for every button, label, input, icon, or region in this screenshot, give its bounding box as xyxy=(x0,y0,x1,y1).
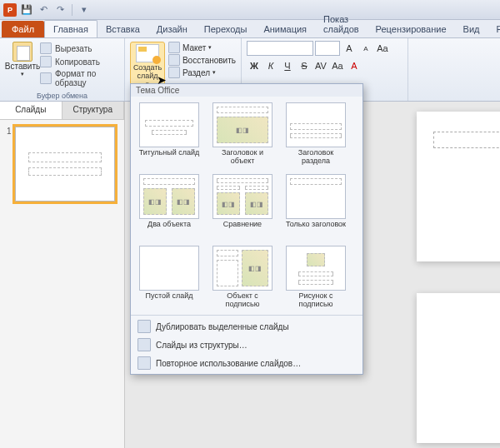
reset-label: Восстановить xyxy=(182,56,236,65)
undo-icon[interactable]: ↶ xyxy=(37,3,50,17)
slides-pane: Слайды Структура 1 xyxy=(0,102,125,448)
layout-blank[interactable]: Пустой слайд xyxy=(134,243,204,311)
tab-insert[interactable]: Вставка xyxy=(98,21,148,37)
tab-home[interactable]: Главная xyxy=(44,20,98,37)
clear-format-button[interactable]: Aa xyxy=(375,41,390,56)
tab-outline-pane[interactable]: Структура xyxy=(62,102,125,119)
menu-label: Повторное использование слайдов… xyxy=(156,359,301,368)
bold-button[interactable]: Ж xyxy=(247,58,262,73)
layout-title-slide[interactable]: Титульный слайд xyxy=(134,100,204,168)
layout-label: Макет xyxy=(182,43,206,52)
layout-icon xyxy=(168,42,180,53)
tab-extra[interactable]: Расклад xyxy=(488,21,500,37)
layout-two-content[interactable]: Два объекта xyxy=(134,172,204,240)
ribbon-tabs: Файл Главная Вставка Дизайн Переходы Ани… xyxy=(0,20,500,38)
canvas-slide-2[interactable] xyxy=(417,293,500,443)
layout-label: Титульный слайд xyxy=(139,149,200,166)
layout-title-only[interactable]: Только заголовок xyxy=(281,172,351,240)
tab-file[interactable]: Файл xyxy=(2,21,44,37)
layout-section-header[interactable]: Заголовок раздела xyxy=(281,100,351,168)
layout-label: Заголовок раздела xyxy=(283,149,348,166)
font-name-input[interactable] xyxy=(247,41,313,56)
ribbon-group-clipboard: Вставить ▾ Вырезать Копировать Формат по… xyxy=(0,38,125,101)
tab-transitions[interactable]: Переходы xyxy=(196,21,256,37)
format-painter-label: Формат по образцу xyxy=(55,69,119,87)
underline-button[interactable]: Ч xyxy=(280,58,295,73)
dropdown-icon: ▾ xyxy=(21,71,24,77)
layout-label: Заголовок и объект xyxy=(210,149,275,166)
format-painter-button[interactable]: Формат по образцу xyxy=(40,68,119,88)
qat-separator xyxy=(72,4,72,16)
layout-label: Два объекта xyxy=(148,221,191,237)
font-color-button[interactable]: A xyxy=(347,58,362,73)
new-slide-label: Создать слайд xyxy=(132,64,162,81)
title-bar: P 💾 ↶ ↷ ▾ xyxy=(0,0,500,20)
shrink-font-button[interactable]: A xyxy=(358,41,373,56)
layout-title-content[interactable]: Заголовок и объект xyxy=(208,100,278,168)
char-spacing-button[interactable]: Aa xyxy=(330,58,345,73)
cut-button[interactable]: Вырезать xyxy=(40,42,119,55)
strike-button[interactable]: S xyxy=(297,58,312,73)
menu-duplicate-slides[interactable]: Дублировать выделенные слайды xyxy=(131,317,362,336)
font-size-input[interactable] xyxy=(315,41,340,56)
section-label: Раздел xyxy=(182,68,210,77)
reset-button[interactable]: Восстановить xyxy=(168,54,236,66)
layout-button[interactable]: Макет ▾ xyxy=(168,42,236,53)
tab-slideshow[interactable]: Показ слайдов xyxy=(315,11,368,37)
outline-icon xyxy=(138,338,151,351)
reset-icon xyxy=(168,54,180,66)
clipboard-group-label: Буфер обмена xyxy=(0,92,124,100)
duplicate-icon xyxy=(138,320,151,333)
app-icon: P xyxy=(3,3,17,17)
copy-label: Копировать xyxy=(55,57,100,67)
gallery-header: Тема Office xyxy=(131,84,362,97)
grow-font-button[interactable]: A xyxy=(342,41,357,56)
new-slide-gallery: Тема Office Титульный слайд Заголовок и … xyxy=(130,83,363,375)
slide-thumb-preview xyxy=(15,127,115,202)
save-icon[interactable]: 💾 xyxy=(20,3,33,17)
gallery-grid: Титульный слайд Заголовок и объект Загол… xyxy=(131,97,362,315)
slide-thumbnail[interactable]: 1 xyxy=(7,127,118,202)
layout-picture-caption[interactable]: Рисунок с подписью xyxy=(281,243,351,311)
slide-number: 1 xyxy=(7,127,12,202)
qat-customize-icon[interactable]: ▾ xyxy=(78,3,91,17)
tab-design[interactable]: Дизайн xyxy=(148,21,196,37)
canvas-slide[interactable] xyxy=(417,112,500,261)
layout-label: Сравнение xyxy=(223,221,262,237)
redo-icon[interactable]: ↷ xyxy=(53,3,67,17)
paste-button[interactable]: Вставить ▾ xyxy=(5,40,40,88)
layout-label: Объект с подписью xyxy=(210,292,275,309)
paste-label: Вставить xyxy=(5,62,40,71)
paste-icon xyxy=(12,42,32,62)
layout-comparison[interactable]: Сравнение xyxy=(208,172,278,240)
reuse-icon xyxy=(138,356,151,370)
menu-reuse-slides[interactable]: Повторное использование слайдов… xyxy=(131,354,362,372)
tab-animations[interactable]: Анимация xyxy=(255,21,315,37)
tab-slides-pane[interactable]: Слайды xyxy=(0,102,62,119)
tab-view[interactable]: Вид xyxy=(455,21,488,37)
layout-label: Только заголовок xyxy=(286,221,346,237)
copy-button[interactable]: Копировать xyxy=(40,55,119,68)
tab-review[interactable]: Рецензирование xyxy=(368,21,455,37)
cut-icon xyxy=(40,42,52,54)
layout-label: Рисунок с подписью xyxy=(283,292,348,309)
copy-icon xyxy=(40,56,52,67)
new-slide-icon xyxy=(136,44,159,62)
menu-label: Дублировать выделенные слайды xyxy=(156,322,289,331)
brush-icon xyxy=(40,72,52,84)
menu-label: Слайды из структуры… xyxy=(156,341,248,350)
section-icon xyxy=(168,67,180,78)
italic-button[interactable]: К xyxy=(263,58,278,73)
text-shadow-button[interactable]: AV xyxy=(313,58,328,73)
cut-label: Вырезать xyxy=(55,44,92,53)
gallery-menu: Дублировать выделенные слайды Слайды из … xyxy=(131,315,362,374)
section-button[interactable]: Раздел ▾ xyxy=(168,67,236,78)
layout-label: Пустой слайд xyxy=(146,292,193,309)
menu-slides-from-outline[interactable]: Слайды из структуры… xyxy=(131,336,362,354)
layout-content-caption[interactable]: Объект с подписью xyxy=(208,243,278,311)
